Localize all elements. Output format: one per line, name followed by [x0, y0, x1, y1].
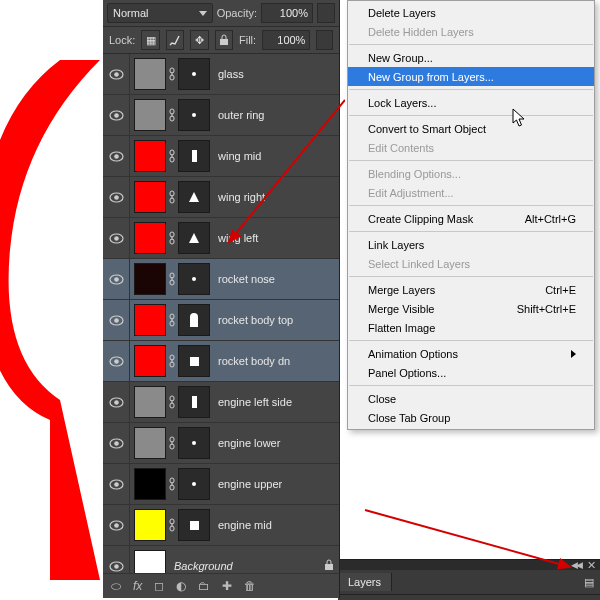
mask-link-icon[interactable] — [166, 272, 178, 286]
menu-item[interactable]: Close Tab Group — [348, 408, 594, 427]
fill-input[interactable]: 100% — [262, 30, 310, 50]
layer-row[interactable]: rocket body top — [103, 300, 339, 341]
mask-link-icon[interactable] — [166, 354, 178, 368]
svg-point-47 — [114, 441, 119, 446]
visibility-toggle[interactable] — [103, 382, 130, 422]
visibility-toggle[interactable] — [103, 54, 130, 94]
menu-item[interactable]: Animation Options — [348, 344, 594, 363]
layer-thumbnail[interactable] — [134, 386, 166, 418]
layer-name[interactable]: rocket nose — [210, 273, 339, 285]
visibility-toggle[interactable] — [103, 300, 130, 340]
menu-item[interactable]: Merge VisibleShift+Ctrl+E — [348, 299, 594, 318]
layer-thumbnail[interactable] — [134, 345, 166, 377]
layer-thumbnail[interactable] — [134, 181, 166, 213]
menu-item[interactable]: Close — [348, 389, 594, 408]
mask-link-icon[interactable] — [166, 313, 178, 327]
mask-link-icon[interactable] — [166, 190, 178, 204]
lock-all-button[interactable] — [215, 30, 233, 50]
opacity-flyout[interactable] — [317, 3, 335, 23]
layer-row[interactable]: engine mid — [103, 505, 339, 546]
mask-thumbnail[interactable] — [178, 58, 210, 90]
mask-link-icon[interactable] — [166, 231, 178, 245]
menu-item[interactable]: Create Clipping MaskAlt+Ctrl+G — [348, 209, 594, 228]
layer-thumbnail[interactable] — [134, 58, 166, 90]
panel-menu-icon[interactable]: ▤ — [584, 576, 594, 589]
close-icon[interactable]: ✕ — [587, 559, 596, 572]
lock-pixels-button[interactable] — [166, 30, 184, 50]
lock-position-button[interactable]: ✥ — [190, 30, 208, 50]
menu-item[interactable]: Convert to Smart Object — [348, 119, 594, 138]
layer-name[interactable]: engine lower — [210, 437, 339, 449]
layer-name[interactable]: engine left side — [210, 396, 339, 408]
mask-thumbnail[interactable] — [178, 345, 210, 377]
new-layer-icon[interactable]: ✚ — [222, 579, 232, 593]
mask-thumbnail[interactable] — [178, 509, 210, 541]
layer-thumbnail[interactable] — [134, 468, 166, 500]
visibility-toggle[interactable] — [103, 259, 130, 299]
adjustment-layer-icon[interactable]: ◐ — [176, 579, 186, 593]
layer-row[interactable]: engine left side — [103, 382, 339, 423]
layer-thumbnail[interactable] — [134, 509, 166, 541]
mask-link-icon[interactable] — [166, 108, 178, 122]
mask-thumbnail[interactable] — [178, 468, 210, 500]
mask-thumbnail[interactable] — [178, 99, 210, 131]
layer-thumbnail[interactable] — [134, 263, 166, 295]
layer-name[interactable]: rocket body dn — [210, 355, 339, 367]
layer-thumbnail[interactable] — [134, 222, 166, 254]
visibility-toggle[interactable] — [103, 464, 130, 504]
visibility-toggle[interactable] — [103, 423, 130, 463]
new-group-icon[interactable]: 🗀 — [198, 579, 210, 593]
layer-row[interactable]: engine upper — [103, 464, 339, 505]
mask-link-icon[interactable] — [166, 395, 178, 409]
layer-name[interactable]: engine upper — [210, 478, 339, 490]
menu-item[interactable]: New Group... — [348, 48, 594, 67]
layer-mask-icon[interactable]: ◻ — [154, 579, 164, 593]
mask-link-icon[interactable] — [166, 436, 178, 450]
layer-style-icon[interactable]: fx — [133, 579, 142, 593]
layer-row[interactable]: engine lower — [103, 423, 339, 464]
opacity-input[interactable]: 100% — [261, 3, 313, 23]
menu-item[interactable]: New Group from Layers... — [348, 67, 594, 86]
mask-thumbnail[interactable] — [178, 140, 210, 172]
layers-tab[interactable]: Layers — [338, 573, 392, 591]
layer-name[interactable]: rocket body top — [210, 314, 339, 326]
mask-link-icon[interactable] — [166, 149, 178, 163]
menu-item[interactable]: Merge LayersCtrl+E — [348, 280, 594, 299]
layer-name[interactable]: Background — [166, 560, 319, 572]
mask-thumbnail[interactable] — [178, 427, 210, 459]
layer-name[interactable]: glass — [210, 68, 339, 80]
mask-thumbnail[interactable] — [178, 222, 210, 254]
menu-item[interactable]: Panel Options... — [348, 363, 594, 382]
mask-link-icon[interactable] — [166, 477, 178, 491]
layer-thumbnail[interactable] — [134, 99, 166, 131]
layer-name[interactable]: engine mid — [210, 519, 339, 531]
delete-layer-icon[interactable]: 🗑 — [244, 579, 256, 593]
visibility-toggle[interactable] — [103, 136, 130, 176]
layer-thumbnail[interactable] — [134, 140, 166, 172]
mask-thumbnail[interactable] — [178, 263, 210, 295]
visibility-toggle[interactable] — [103, 218, 130, 258]
mask-thumbnail[interactable] — [178, 304, 210, 336]
layer-row[interactable]: rocket body dn — [103, 341, 339, 382]
visibility-toggle[interactable] — [103, 177, 130, 217]
layer-row[interactable]: glass — [103, 54, 339, 95]
visibility-toggle[interactable] — [103, 341, 130, 381]
menu-item[interactable]: Flatten Image — [348, 318, 594, 337]
blend-mode-select[interactable]: Normal — [107, 3, 213, 23]
layer-row[interactable]: rocket nose — [103, 259, 339, 300]
link-layers-icon[interactable]: ⬭ — [111, 579, 121, 593]
visibility-toggle[interactable] — [103, 95, 130, 135]
menu-item[interactable]: Link Layers — [348, 235, 594, 254]
layer-thumbnail[interactable] — [134, 304, 166, 336]
mask-thumbnail[interactable] — [178, 181, 210, 213]
layer-thumbnail[interactable] — [134, 427, 166, 459]
visibility-toggle[interactable] — [103, 505, 130, 545]
menu-item[interactable]: Delete Layers — [348, 3, 594, 22]
mask-thumbnail[interactable] — [178, 386, 210, 418]
lock-transparent-button[interactable]: ▦ — [141, 30, 159, 50]
menu-item[interactable]: Lock Layers... — [348, 93, 594, 112]
mask-link-icon[interactable] — [166, 67, 178, 81]
fill-flyout[interactable] — [316, 30, 333, 50]
svg-point-52 — [114, 482, 119, 487]
mask-link-icon[interactable] — [166, 518, 178, 532]
